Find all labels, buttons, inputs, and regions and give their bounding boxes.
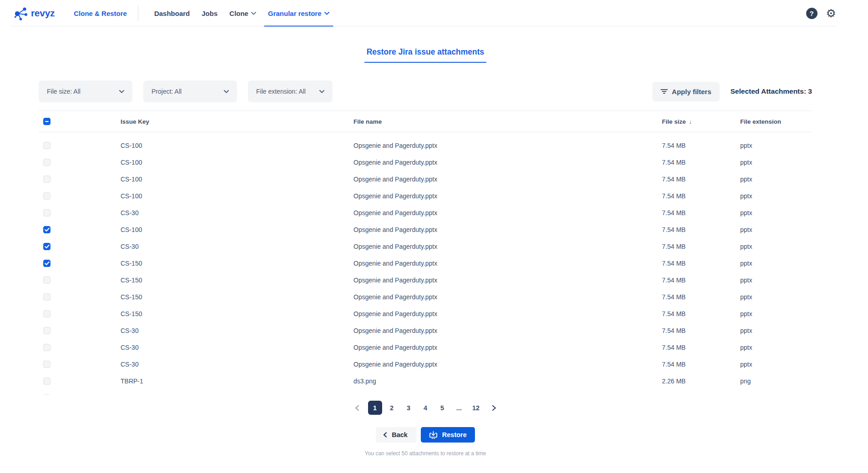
brand-name: revyz (31, 8, 55, 19)
row-checkbox[interactable] (43, 377, 50, 385)
row-checkbox[interactable] (43, 277, 50, 284)
selected-attachments-count: Selected Attachments: 3 (731, 87, 812, 96)
help-icon[interactable]: ? (806, 8, 818, 19)
pagination: 12345...12 (39, 401, 812, 415)
table-row: CS-100 Opsgenie and Pagerduty.pptx 7.54 … (39, 187, 812, 204)
next-page-icon[interactable] (491, 405, 497, 411)
table-row: CS-100 Opsgenie and Pagerduty.pptx 7.54 … (39, 137, 812, 154)
table-row: CS-30 Opsgenie and Pagerduty.pptx 7.54 M… (39, 204, 812, 221)
previous-page-icon[interactable] (354, 405, 360, 411)
cell-file-size: 2.26 MB (662, 394, 740, 395)
restore-icon (429, 431, 438, 439)
product-link[interactable]: Clone & Restore (74, 10, 127, 17)
cell-file-size: 7.54 MB (662, 176, 740, 183)
select-all-checkbox[interactable] (43, 118, 50, 125)
row-checkbox[interactable] (43, 159, 50, 166)
nav-item-clone[interactable]: Clone (223, 0, 262, 26)
table-row: CS-150 Opsgenie and Pagerduty.pptx 7.54 … (39, 272, 812, 288)
cell-issue-key: CS-150 (121, 277, 353, 284)
cell-issue-key: CS-30 (121, 327, 353, 334)
cell-file-name: Opsgenie and Pagerduty.pptx (353, 293, 662, 301)
cell-file-extension: pptx (740, 277, 812, 284)
app-header: revyz Clone & Restore Dashboard Jobs Clo… (0, 0, 868, 26)
column-header-file-extension[interactable]: File extension (740, 118, 812, 125)
row-checkbox[interactable] (43, 394, 50, 395)
footer-note: You can select 50 attachments to restore… (39, 450, 812, 457)
cell-file-size: 7.54 MB (662, 142, 740, 149)
cell-issue-key: CS-150 (121, 310, 353, 317)
cell-file-size: 7.54 MB (662, 159, 740, 166)
cell-file-name: Opsgenie and Pagerduty.pptx (353, 176, 662, 183)
row-checkbox[interactable] (43, 176, 50, 183)
cell-file-extension: pptx (740, 226, 812, 233)
file-extension-filter[interactable]: File extension: All (248, 81, 333, 102)
page-ellipsis: ... (452, 401, 466, 415)
cell-file-extension: pptx (740, 310, 812, 317)
cell-file-extension: png (740, 377, 812, 385)
page-button-5[interactable]: 5 (435, 401, 449, 415)
row-checkbox[interactable] (43, 361, 50, 368)
nav-item-dashboard[interactable]: Dashboard (148, 0, 196, 26)
row-checkbox[interactable] (43, 226, 50, 233)
column-header-file-name[interactable]: File name (353, 118, 662, 125)
cell-file-extension: pptx (740, 327, 812, 334)
page-button-4[interactable]: 4 (419, 401, 433, 415)
nav-item-jobs[interactable]: Jobs (196, 0, 223, 26)
cell-file-size: 7.54 MB (662, 361, 740, 368)
cell-file-size: 7.54 MB (662, 260, 740, 267)
table-row: CS-30 Opsgenie and Pagerduty.pptx 7.54 M… (39, 356, 812, 372)
chevron-down-icon (324, 12, 329, 15)
check-icon (45, 227, 50, 232)
cell-issue-key: CS-30 (121, 344, 353, 351)
table-row: CS-100 Opsgenie and Pagerduty.pptx 7.54 … (39, 154, 812, 171)
cell-file-size: 7.54 MB (662, 310, 740, 317)
row-checkbox[interactable] (43, 310, 50, 317)
cell-issue-key: CS-30 (121, 361, 353, 368)
row-checkbox[interactable] (43, 344, 50, 351)
row-checkbox[interactable] (43, 243, 50, 250)
page-button-12[interactable]: 12 (469, 401, 483, 415)
column-header-file-size[interactable]: File size↓ (662, 118, 740, 125)
chevron-down-icon (251, 12, 256, 15)
cell-file-name: Opsgenie and Pagerduty.pptx (353, 226, 662, 233)
page-numbers: 12345...12 (368, 401, 483, 415)
cell-file-name: Opsgenie and Pagerduty.pptx (353, 209, 662, 216)
table-row: TBRP-1 ds3.png 2.26 MB png (39, 372, 812, 389)
brand-logo[interactable]: revyz (14, 6, 55, 20)
restore-button[interactable]: Restore (421, 427, 475, 443)
project-filter[interactable]: Project: All (143, 81, 237, 102)
file-size-filter[interactable]: File size: All (39, 81, 132, 102)
cell-issue-key: CS-30 (121, 243, 353, 250)
row-checkbox[interactable] (43, 209, 50, 216)
nav-item-granular-restore[interactable]: Granular restore (262, 0, 335, 26)
row-checkbox[interactable] (43, 192, 50, 200)
row-checkbox[interactable] (43, 260, 50, 267)
row-checkbox[interactable] (43, 142, 50, 149)
cell-file-extension: pptx (740, 361, 812, 368)
column-header-issue-key[interactable]: Issue Key (121, 118, 353, 125)
cell-file-name: Opsgenie and Pagerduty.pptx (353, 327, 662, 334)
table-row: CS-100 Opsgenie and Pagerduty.pptx 7.54 … (39, 221, 812, 238)
table-row: CS-30 Opsgenie and Pagerduty.pptx 7.54 M… (39, 238, 812, 255)
cell-file-size: 7.54 MB (662, 209, 740, 216)
row-checkbox[interactable] (43, 327, 50, 334)
cell-file-extension: pptx (740, 243, 812, 250)
page-button-1[interactable]: 1 (368, 401, 382, 415)
cell-file-name: Opsgenie and Pagerduty.pptx (353, 260, 662, 267)
page-button-3[interactable]: 3 (402, 401, 416, 415)
back-button[interactable]: Back (376, 427, 417, 443)
page-title: Restore Jira issue attachments (364, 47, 487, 63)
cell-file-extension: pptx (740, 142, 812, 149)
cell-file-name: Opsgenie and Pagerduty.pptx (353, 192, 662, 200)
row-checkbox[interactable] (43, 293, 50, 301)
cell-file-size: 7.54 MB (662, 327, 740, 334)
page-button-2[interactable]: 2 (385, 401, 399, 415)
cell-issue-key: CS-150 (121, 293, 353, 301)
apply-filters-button[interactable]: Apply filters (652, 82, 720, 101)
cell-file-extension: png (740, 394, 812, 395)
gear-icon[interactable]: ⚙ (826, 8, 836, 19)
chevron-down-icon (224, 90, 229, 93)
cell-issue-key: CS-100 (121, 159, 353, 166)
cell-issue-key: CS-30 (121, 209, 353, 216)
table-row: CS-30 Opsgenie and Pagerduty.pptx 7.54 M… (39, 322, 812, 339)
